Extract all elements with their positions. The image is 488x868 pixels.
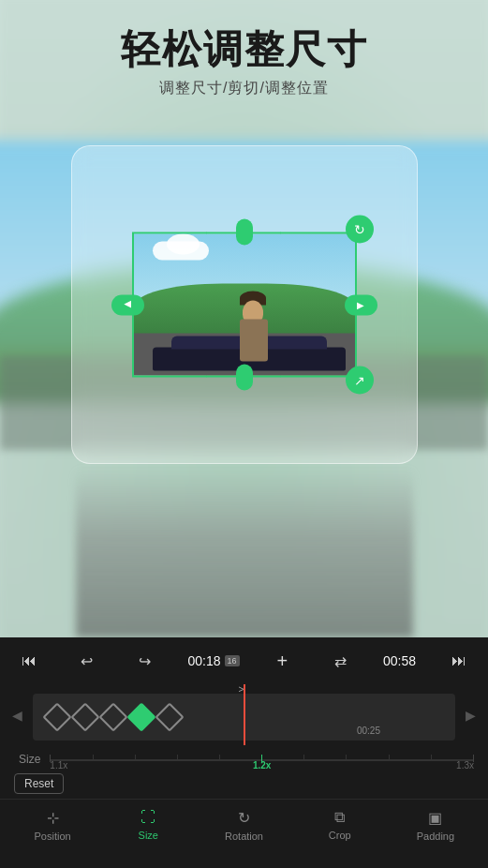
scale-icon[interactable]: ↗	[346, 367, 374, 395]
redo-button[interactable]: ↪	[130, 646, 160, 676]
keyframe-active[interactable]	[126, 702, 155, 731]
scale-label-2-active: 1.2x	[253, 760, 271, 771]
toolbar-row: ⏮ ↩ ↪ 00:18 16 + ⇄ 00:58 ⏭	[0, 637, 488, 684]
scale-ruler[interactable]: 1.1x 1.2x 1.3x	[50, 750, 474, 769]
tab-rotation[interactable]: ↻ Rotation	[196, 800, 291, 850]
reset-button[interactable]: Reset	[14, 773, 64, 794]
swap-button[interactable]: ⇄	[325, 646, 355, 676]
time-current: 00:18	[187, 653, 220, 668]
tab-size-label: Size	[139, 830, 158, 841]
crop-handle-left[interactable]	[111, 294, 144, 315]
tab-size[interactable]: ⛶ Size	[100, 800, 196, 850]
timeline-area[interactable]: ◀ ▶ 00:25	[5, 684, 483, 745]
keyframe-3[interactable]	[98, 702, 127, 731]
position-icon: ⊹	[47, 809, 59, 827]
timeline-timestamp: 00:25	[357, 726, 380, 736]
tab-rotation-label: Rotation	[225, 831, 263, 842]
rotate-icon[interactable]: ↻	[346, 216, 374, 244]
size-label: Size	[14, 753, 40, 766]
playhead[interactable]	[244, 684, 245, 745]
padding-icon: ▣	[428, 809, 442, 827]
undo-button[interactable]: ↩	[72, 646, 102, 676]
keyframe-2[interactable]	[70, 702, 99, 731]
scale-ruler-row: Size 1.1x 1.2x 1.3x	[0, 745, 488, 771]
rewind-button[interactable]: ⏮	[14, 646, 44, 676]
timeline-nav-left[interactable]: ◀	[12, 708, 22, 723]
keyframe-1[interactable]	[42, 702, 71, 731]
forward-button[interactable]: ⏭	[444, 646, 474, 676]
bottom-panel: ⏮ ↩ ↪ 00:18 16 + ⇄ 00:58 ⏭ ◀ ▶ 00:25	[0, 637, 488, 868]
rotation-icon: ↻	[238, 809, 250, 827]
crop-handle-bottom[interactable]	[236, 365, 253, 391]
reset-button-area: Reset	[0, 771, 488, 799]
crop-handle-top[interactable]	[236, 219, 253, 246]
scale-label-3: 1.3x	[456, 760, 474, 771]
person-body	[240, 320, 268, 362]
time-end: 00:58	[383, 653, 416, 668]
keyframe-5[interactable]	[155, 702, 184, 731]
tab-crop[interactable]: ⧉ Crop	[292, 800, 388, 850]
editor-preview-area: 轻松调整尺寸 调整尺寸/剪切/调整位置	[0, 0, 488, 637]
tab-padding[interactable]: ▣ Padding	[388, 800, 483, 850]
page-title: 轻松调整尺寸	[0, 28, 488, 71]
title-area: 轻松调整尺寸 调整尺寸/剪切/调整位置	[0, 28, 488, 98]
size-icon: ⛶	[140, 809, 155, 826]
video-clouds	[153, 242, 209, 261]
timeline-nav-right[interactable]: ▶	[466, 708, 476, 723]
tab-crop-label: Crop	[329, 830, 351, 841]
crop-handle-right[interactable]	[345, 294, 377, 315]
add-button[interactable]: +	[267, 646, 297, 676]
video-person	[230, 296, 277, 362]
editor-frame: ↻ ↗	[71, 145, 418, 464]
tab-padding-label: Padding	[417, 831, 454, 842]
video-crop-container[interactable]: ↻ ↗	[132, 232, 357, 378]
current-time: 00:18 16	[187, 653, 239, 668]
bottom-tabs: ⊹ Position ⛶ Size ↻ Rotation ⧉ Crop ▣ Pa…	[0, 799, 488, 850]
page-subtitle: 调整尺寸/剪切/调整位置	[0, 79, 488, 98]
frame-number: 16	[225, 655, 240, 666]
tab-position-label: Position	[35, 831, 71, 842]
end-time: 00:58	[383, 653, 416, 668]
crop-icon: ⧉	[334, 809, 345, 826]
tab-position[interactable]: ⊹ Position	[5, 800, 100, 850]
scale-label-1: 1.1x	[50, 760, 67, 771]
video-content	[132, 232, 357, 378]
